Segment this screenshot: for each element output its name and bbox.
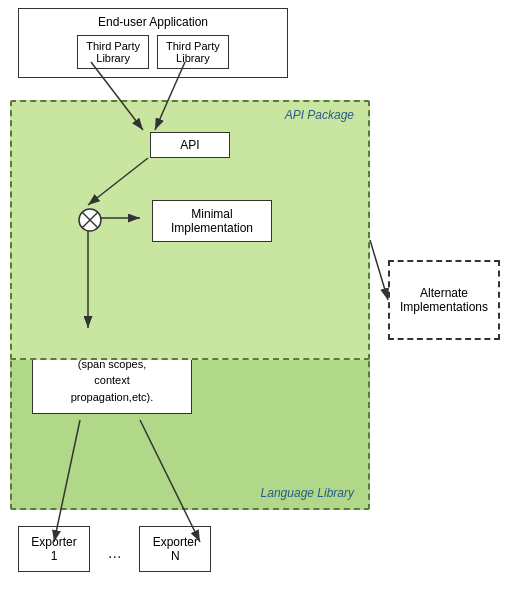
minimal-impl-box: MinimalImplementation [152,200,272,242]
otimes-symbol [77,207,103,233]
dots-separator: ... [90,544,139,562]
third-party-lib2: Third PartyLibrary [157,35,229,69]
third-party-lib1: Third PartyLibrary [77,35,149,69]
svg-line-10 [370,240,388,300]
alt-impl-label: Alternate Implementations [390,286,498,314]
alt-impl-box: Alternate Implementations [388,260,500,340]
lang-lib-label: Language Library [261,486,354,500]
third-party-libs: Third PartyLibrary Third PartyLibrary [27,35,279,69]
api-package-box: API Package API MinimalImplementation [10,100,370,360]
end-user-app-label: End-user Application [27,15,279,29]
end-user-app-box: End-user Application Third PartyLibrary … [18,8,288,78]
exporters-row: Exporter1 ... ExporterN [18,526,338,572]
api-package-label: API Package [285,108,354,122]
exporter-1: Exporter1 [18,526,90,572]
diagram-container: End-user Application Third PartyLibrary … [0,0,513,590]
api-box: API [150,132,230,158]
exporter-n: ExporterN [139,526,211,572]
